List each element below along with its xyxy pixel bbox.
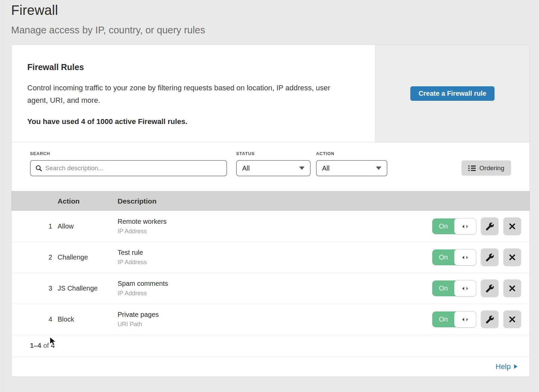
rule-match-type: IP Address <box>118 290 429 297</box>
card-intro-section: Firewall Rules Control incoming traffic … <box>11 45 530 143</box>
chevron-down-icon <box>376 167 381 170</box>
action-label: ACTION <box>316 151 387 156</box>
close-icon <box>508 284 516 292</box>
rule-action: JS Challenge <box>58 284 118 292</box>
status-selected-value: All <box>242 164 250 172</box>
wrench-icon <box>485 253 494 262</box>
page-subtitle: Manage access by IP, country, or query r… <box>11 25 539 36</box>
pagination-range: 1–4 <box>30 342 41 350</box>
toggle-knob[interactable] <box>454 249 476 266</box>
create-firewall-rule-button[interactable]: Create a Firewall rule <box>410 86 494 101</box>
action-selected-value: All <box>322 164 329 172</box>
table-row: 1 Allow Remote workers IP Address On <box>11 211 530 242</box>
rule-description: Spam comments <box>118 280 429 288</box>
toggle-on-label: On <box>432 218 454 234</box>
rule-description-cell: Spam comments IP Address <box>118 280 429 297</box>
table-row: 2 Challenge Test rule IP Address On <box>11 242 530 273</box>
rules-table: Action Description 1 Allow Remote worker… <box>11 191 530 335</box>
intro-heading: Firewall Rules <box>27 62 355 72</box>
toggle-knob[interactable] <box>454 311 476 328</box>
rule-priority: 2 <box>11 253 58 261</box>
toggle-arrows-icon <box>461 287 469 291</box>
toggle-on-label: On <box>432 280 454 296</box>
firewall-rules-card: Firewall Rules Control incoming traffic … <box>11 44 530 377</box>
rule-enabled-toggle[interactable]: On <box>432 249 476 265</box>
help-arrow-icon <box>514 364 518 369</box>
rule-controls: On <box>429 248 530 266</box>
search-filter-group: SEARCH <box>30 151 227 176</box>
delete-rule-button[interactable] <box>503 217 521 235</box>
pagination-of-label: of <box>43 342 49 350</box>
status-label: STATUS <box>236 151 311 156</box>
rule-action: Allow <box>58 222 118 230</box>
usage-summary: You have used 4 of 1000 active Firewall … <box>27 117 355 126</box>
page-header: Firewall Manage access by IP, country, o… <box>0 0 539 36</box>
rule-enabled-toggle[interactable]: On <box>432 218 476 234</box>
edit-rule-button[interactable] <box>481 217 499 235</box>
rule-description-cell: Test rule IP Address <box>118 249 429 266</box>
page-title: Firewall <box>11 3 539 18</box>
rule-description-cell: Private pages URI Path <box>118 311 429 328</box>
rule-controls: On <box>429 310 530 328</box>
wrench-icon <box>485 222 494 231</box>
ordering-label: Ordering <box>479 164 504 172</box>
toggle-knob[interactable] <box>454 218 476 235</box>
delete-rule-button[interactable] <box>503 310 521 328</box>
rule-priority: 1 <box>11 222 58 230</box>
rule-match-type: URI Path <box>118 321 429 328</box>
ordering-list-icon <box>468 165 476 172</box>
intro-text-block: Firewall Rules Control incoming traffic … <box>11 45 375 142</box>
rule-action: Challenge <box>58 253 118 261</box>
rule-priority: 3 <box>11 284 58 292</box>
rule-description: Private pages <box>118 311 429 319</box>
edit-rule-button[interactable] <box>481 248 499 266</box>
column-header-description: Description <box>118 197 429 205</box>
intro-description: Control incoming traffic to your zone by… <box>27 82 330 107</box>
status-filter-group: STATUS All <box>227 151 311 176</box>
close-icon <box>508 222 516 230</box>
close-icon <box>508 253 516 261</box>
search-field <box>30 160 227 176</box>
rule-controls: On <box>429 279 530 297</box>
filters-bar: SEARCH STATUS All ACTION All <box>11 143 530 191</box>
help-row: Help <box>11 356 530 376</box>
rule-enabled-toggle[interactable]: On <box>432 280 476 296</box>
delete-rule-button[interactable] <box>503 279 521 297</box>
rule-match-type: IP Address <box>118 259 429 266</box>
toggle-arrows-icon <box>461 255 469 260</box>
edit-rule-button[interactable] <box>481 310 499 328</box>
cta-panel: Create a Firewall rule <box>375 45 530 142</box>
search-input[interactable] <box>45 164 222 172</box>
edit-rule-button[interactable] <box>481 279 499 297</box>
status-select[interactable]: All <box>236 160 311 176</box>
wrench-icon <box>485 284 494 293</box>
toggle-on-label: On <box>432 311 454 327</box>
wrench-icon <box>485 315 494 324</box>
rule-enabled-toggle[interactable]: On <box>432 311 476 327</box>
delete-rule-button[interactable] <box>503 248 521 266</box>
toggle-knob[interactable] <box>454 280 476 297</box>
rule-match-type: IP Address <box>118 228 429 235</box>
pagination-summary: 1–4 of 4 <box>11 335 530 356</box>
rule-description: Test rule <box>118 249 429 257</box>
chevron-down-icon <box>299 167 305 170</box>
search-icon <box>35 165 42 172</box>
table-header: Action Description <box>11 191 530 211</box>
pagination-total: 4 <box>51 342 55 350</box>
column-header-action: Action <box>58 197 118 205</box>
rule-action: Block <box>58 315 118 323</box>
table-row: 4 Block Private pages URI Path On <box>11 304 530 335</box>
close-icon <box>508 315 516 323</box>
search-label: SEARCH <box>30 151 227 156</box>
toggle-arrows-icon <box>461 318 469 322</box>
rule-description: Remote workers <box>118 218 429 225</box>
toggle-arrows-icon <box>461 224 469 229</box>
help-label: Help <box>496 362 511 371</box>
help-link[interactable]: Help <box>496 362 518 371</box>
action-filter-group: ACTION All <box>311 151 387 176</box>
ordering-button[interactable]: Ordering <box>462 160 511 176</box>
table-row: 3 JS Challenge Spam comments IP Address … <box>11 273 530 304</box>
rule-description-cell: Remote workers IP Address <box>118 218 429 235</box>
action-select[interactable]: All <box>316 160 387 176</box>
rule-controls: On <box>429 217 530 235</box>
